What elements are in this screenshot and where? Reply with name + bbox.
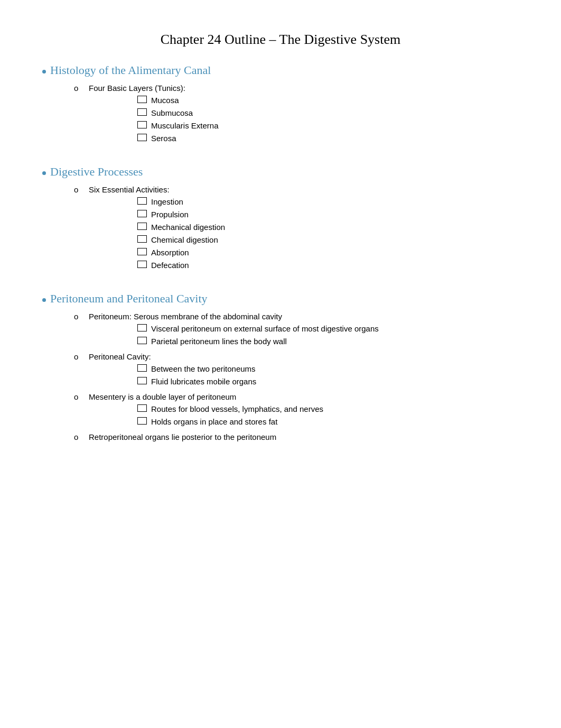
level2-item: Defecation: [137, 260, 519, 271]
level1-marker: o: [74, 84, 85, 93]
level1-text: Peritoneum: Serous membrane of the abdom…: [89, 312, 282, 321]
section-heading-text: Peritoneum and Peritoneal Cavity: [50, 292, 208, 306]
level2-item: Absorption: [137, 247, 519, 258]
level2-item: Between the two peritoneums: [137, 363, 519, 374]
level2-item: Ingestion: [137, 196, 519, 207]
level2-text: Submucosa: [151, 107, 193, 118]
level1-text: Retroperitoneal organs lie posterior to …: [89, 432, 276, 441]
level1-text: Mesentery is a double layer of peritoneu…: [89, 392, 236, 401]
level2-bullet-icon: [137, 121, 147, 128]
level1-marker: o: [74, 352, 85, 361]
level2-text: Chemical digestion: [151, 234, 218, 245]
level2-bullet-icon: [137, 235, 147, 243]
level1-item-row: oPeritoneum: Serous membrane of the abdo…: [74, 312, 519, 321]
section-heading-text: Histology of the Alimentary Canal: [50, 63, 211, 77]
level2-list: IngestionPropulsionMechanical digestionC…: [137, 196, 519, 271]
section-heading: Digestive Processes: [42, 165, 519, 179]
level1-text: Peritoneal Cavity:: [89, 352, 151, 361]
level2-item: Chemical digestion: [137, 234, 519, 245]
level1-item: oPeritoneum: Serous membrane of the abdo…: [74, 312, 519, 347]
level2-bullet-icon: [137, 417, 147, 425]
level1-marker: o: [74, 185, 85, 194]
level2-item: Propulsion: [137, 209, 519, 220]
level2-bullet-icon: [137, 197, 147, 205]
level1-marker: o: [74, 312, 85, 321]
level2-text: Defecation: [151, 260, 189, 271]
section-digestive-processes: Digestive ProcessesoSix Essential Activi…: [42, 165, 519, 271]
section-bullet-icon: [42, 70, 46, 73]
level2-item: Submucosa: [137, 107, 519, 118]
level2-bullet-icon: [137, 261, 147, 268]
level2-list: MucosaSubmucosaMuscularis ExternaSerosa: [137, 95, 519, 144]
level2-item: Holds organs in place and stores fat: [137, 416, 519, 427]
level2-text: Mechanical digestion: [151, 222, 225, 233]
section-histology: Histology of the Alimentary CanaloFour B…: [42, 63, 519, 144]
level1-item: oMesentery is a double layer of peritone…: [74, 392, 519, 427]
level2-bullet-icon: [137, 324, 147, 331]
level2-bullet-icon: [137, 364, 147, 372]
level2-bullet-icon: [137, 248, 147, 255]
section-heading-text: Digestive Processes: [50, 165, 143, 179]
level1-item-row: oFour Basic Layers (Tunics):: [74, 84, 519, 93]
level2-bullet-icon: [137, 108, 147, 116]
level1-item: oRetroperitoneal organs lie posterior to…: [74, 432, 519, 441]
level2-item: Parietal peritoneum lines the body wall: [137, 336, 519, 347]
level2-text: Holds organs in place and stores fat: [151, 416, 277, 427]
level2-list: Routes for blood vessels, lymphatics, an…: [137, 403, 519, 427]
level2-text: Mucosa: [151, 95, 179, 106]
level2-item: Routes for blood vessels, lymphatics, an…: [137, 403, 519, 414]
level2-bullet-icon: [137, 210, 147, 217]
level1-item-row: oSix Essential Activities:: [74, 185, 519, 194]
level2-text: Ingestion: [151, 196, 183, 207]
level2-text: Absorption: [151, 247, 189, 258]
level2-text: Between the two peritoneums: [151, 363, 256, 374]
level1-text: Six Essential Activities:: [89, 185, 170, 194]
section-bullet-icon: [42, 298, 46, 302]
level2-list: Visceral peritoneum on external surface …: [137, 323, 519, 347]
level1-marker: o: [74, 392, 85, 401]
level1-item-row: oPeritoneal Cavity:: [74, 352, 519, 361]
page-title: Chapter 24 Outline – The Digestive Syste…: [42, 32, 519, 48]
section-bullet-icon: [42, 171, 46, 175]
level2-list: Between the two peritoneumsFluid lubrica…: [137, 363, 519, 387]
level2-bullet-icon: [137, 223, 147, 230]
level1-text: Four Basic Layers (Tunics):: [89, 84, 185, 93]
level2-item: Fluid lubricates mobile organs: [137, 376, 519, 387]
section-peritoneum: Peritoneum and Peritoneal CavityoPeriton…: [42, 292, 519, 441]
section-heading: Peritoneum and Peritoneal Cavity: [42, 292, 519, 306]
section-heading: Histology of the Alimentary Canal: [42, 63, 519, 77]
level2-item: Visceral peritoneum on external surface …: [137, 323, 519, 334]
level2-text: Visceral peritoneum on external surface …: [151, 323, 379, 334]
level2-bullet-icon: [137, 96, 147, 103]
level2-item: Serosa: [137, 133, 519, 144]
level2-text: Muscularis Externa: [151, 120, 219, 131]
level2-text: Fluid lubricates mobile organs: [151, 376, 256, 387]
level2-bullet-icon: [137, 337, 147, 344]
level2-bullet-icon: [137, 377, 147, 384]
level2-bullet-icon: [137, 134, 147, 141]
level2-item: Mucosa: [137, 95, 519, 106]
level2-text: Routes for blood vessels, lymphatics, an…: [151, 403, 323, 414]
level2-item: Mechanical digestion: [137, 222, 519, 233]
level2-bullet-icon: [137, 404, 147, 412]
level1-item-row: oMesentery is a double layer of peritone…: [74, 392, 519, 401]
level2-item: Muscularis Externa: [137, 120, 519, 131]
level1-item: oSix Essential Activities:IngestionPropu…: [74, 185, 519, 271]
level2-text: Propulsion: [151, 209, 189, 220]
level1-item-row: oRetroperitoneal organs lie posterior to…: [74, 432, 519, 441]
level1-marker: o: [74, 432, 85, 441]
level2-text: Serosa: [151, 133, 176, 144]
level2-text: Parietal peritoneum lines the body wall: [151, 336, 287, 347]
level1-item: oFour Basic Layers (Tunics):MucosaSubmuc…: [74, 84, 519, 144]
level1-item: oPeritoneal Cavity:Between the two perit…: [74, 352, 519, 387]
